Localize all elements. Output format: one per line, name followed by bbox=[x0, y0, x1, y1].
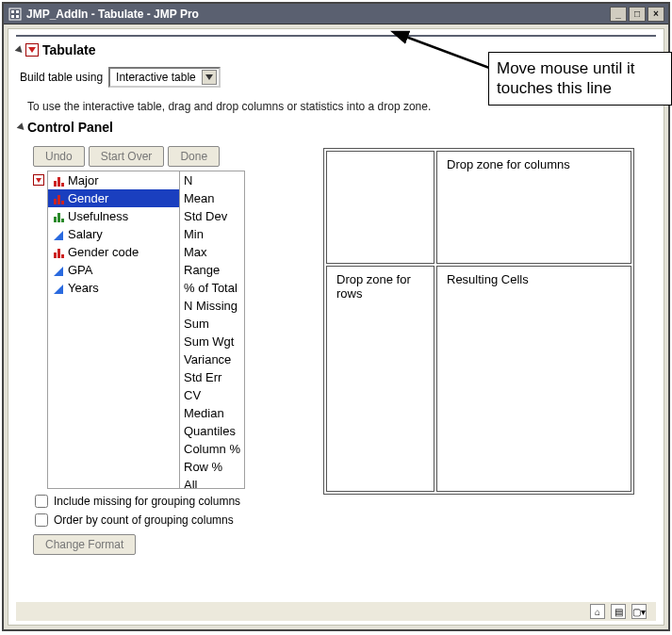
include-missing-row[interactable]: Include missing for grouping columns bbox=[35, 495, 306, 508]
tabulate-title: Tabulate bbox=[42, 42, 96, 57]
statistics-list-item[interactable]: Row % bbox=[180, 458, 244, 476]
dropdown-caret-icon bbox=[202, 70, 217, 85]
statistics-list-item[interactable]: Variance bbox=[180, 350, 244, 368]
columns-list-item[interactable]: Usefulness bbox=[48, 207, 179, 225]
control-button-row: Undo Start Over Done bbox=[33, 146, 306, 167]
resulting-cells[interactable]: Resulting Cells bbox=[436, 266, 631, 492]
disclosure-triangle-icon[interactable] bbox=[17, 122, 27, 133]
svg-rect-1 bbox=[11, 10, 14, 13]
columns-list-item[interactable]: Years bbox=[48, 279, 179, 297]
statistics-list-item[interactable]: CV bbox=[180, 386, 244, 404]
svg-rect-2 bbox=[16, 10, 19, 13]
drop-zone-table: Drop zone for columns Drop zone for rows… bbox=[323, 148, 634, 495]
order-by-count-label: Order by count of grouping columns bbox=[54, 513, 234, 527]
columns-list-item[interactable]: Gender bbox=[48, 189, 179, 207]
svg-rect-0 bbox=[9, 8, 21, 20]
statistics-list-item[interactable]: Min bbox=[180, 225, 244, 243]
nominal-icon bbox=[52, 175, 65, 187]
columns-list-item-label: Gender bbox=[68, 191, 108, 205]
statistics-list-item[interactable]: Sum Wgt bbox=[180, 333, 244, 350]
start-over-button[interactable]: Start Over bbox=[89, 146, 165, 167]
columns-list-item[interactable]: Salary bbox=[48, 225, 179, 243]
statistics-list-item[interactable]: Range bbox=[180, 261, 244, 279]
annotation-text: Move mouse until it touches this line bbox=[497, 59, 634, 97]
continuous-icon bbox=[52, 283, 65, 294]
window-controls: _ □ × bbox=[610, 7, 664, 22]
close-button[interactable]: × bbox=[647, 7, 664, 22]
columns-list-item-label: Usefulness bbox=[68, 209, 128, 223]
include-missing-label: Include missing for grouping columns bbox=[54, 495, 240, 508]
statistics-list-item[interactable]: Sum bbox=[180, 315, 244, 333]
continuous-icon bbox=[52, 229, 65, 240]
client-area: Tabulate Build table using Interactive t… bbox=[8, 28, 664, 626]
statistics-list[interactable]: NMeanStd DevMinMaxRange% of TotalN Missi… bbox=[180, 171, 244, 488]
columns-list[interactable]: MajorGenderUsefulnessSalaryGender codeGP… bbox=[48, 171, 180, 488]
columns-list-item-label: Gender code bbox=[68, 245, 139, 259]
control-panel-title: Control Panel bbox=[27, 120, 113, 135]
home-icon[interactable]: ⌂ bbox=[590, 604, 605, 619]
columns-list-item-label: Years bbox=[68, 281, 99, 295]
statistics-list-item[interactable]: N bbox=[180, 171, 244, 189]
window-menu-icon[interactable]: ▢▾ bbox=[631, 604, 647, 619]
drop-zone-rows[interactable]: Drop zone for rows bbox=[326, 266, 434, 492]
tabulate-drop-area: Drop zone for columns Drop zone for rows… bbox=[323, 138, 656, 600]
statistics-list-item[interactable]: Column % bbox=[180, 440, 244, 458]
columns-menu-icon[interactable] bbox=[33, 174, 44, 186]
disclosure-triangle-icon[interactable] bbox=[15, 45, 25, 56]
drop-zone-columns[interactable]: Drop zone for columns bbox=[436, 151, 631, 264]
ordinal-icon bbox=[52, 211, 65, 222]
nominal-icon bbox=[52, 193, 65, 204]
control-panel-header: Control Panel bbox=[18, 120, 656, 135]
undo-button[interactable]: Undo bbox=[33, 146, 85, 167]
order-by-count-checkbox[interactable] bbox=[35, 513, 48, 527]
main-layout: Undo Start Over Done MajorGenderUsefulne… bbox=[16, 138, 656, 600]
continuous-icon bbox=[52, 265, 65, 276]
svg-rect-4 bbox=[16, 15, 19, 18]
include-missing-checkbox[interactable] bbox=[35, 495, 48, 508]
statistics-list-item[interactable]: Median bbox=[180, 404, 244, 422]
statistics-list-item[interactable]: Mean bbox=[180, 189, 244, 207]
titlebar: JMP_AddIn - Tabulate - JMP Pro _ □ × bbox=[4, 4, 668, 24]
order-by-count-row[interactable]: Order by count of grouping columns bbox=[35, 513, 306, 527]
statistics-list-item[interactable]: Quantiles bbox=[180, 422, 244, 440]
columns-list-item[interactable]: GPA bbox=[48, 261, 179, 279]
columns-list-item-label: Salary bbox=[68, 227, 103, 241]
app-icon bbox=[8, 7, 23, 22]
columns-list-item-label: Major bbox=[68, 173, 99, 187]
columns-list-item[interactable]: Major bbox=[48, 171, 179, 189]
statistics-list-item[interactable]: Max bbox=[180, 243, 244, 261]
nominal-icon bbox=[52, 247, 65, 258]
columns-list-item[interactable]: Gender code bbox=[48, 243, 179, 261]
svg-line-5 bbox=[403, 36, 500, 72]
control-panel: Undo Start Over Done MajorGenderUsefulne… bbox=[16, 138, 306, 600]
statistics-list-item[interactable]: Std Err bbox=[180, 368, 244, 386]
window-title: JMP_AddIn - Tabulate - JMP Pro bbox=[26, 8, 610, 21]
status-bar: ⌂ ▤ ▢▾ bbox=[16, 600, 656, 621]
drop-zone-corner[interactable] bbox=[326, 151, 434, 264]
done-button[interactable]: Done bbox=[168, 146, 220, 167]
change-format-button[interactable]: Change Format bbox=[33, 534, 136, 555]
build-table-value: Interactive table bbox=[116, 71, 196, 84]
log-icon[interactable]: ▤ bbox=[611, 604, 626, 619]
top-separator-line bbox=[16, 35, 656, 37]
statistics-list-item[interactable]: All bbox=[180, 476, 244, 488]
statistics-list-item[interactable]: Std Dev bbox=[180, 207, 244, 225]
columns-list-item-label: GPA bbox=[68, 263, 93, 277]
tabulate-menu-icon[interactable] bbox=[25, 43, 39, 57]
build-table-select[interactable]: Interactive table bbox=[108, 67, 221, 88]
statistics-list-item[interactable]: % of Total bbox=[180, 279, 244, 297]
svg-rect-3 bbox=[11, 15, 14, 18]
build-table-label: Build table using bbox=[20, 71, 103, 84]
maximize-button[interactable]: □ bbox=[629, 7, 646, 22]
annotation-callout: Move mouse until it touches this line bbox=[488, 52, 672, 106]
statistics-list-item[interactable]: N Missing bbox=[180, 297, 244, 315]
source-lists: MajorGenderUsefulnessSalaryGender codeGP… bbox=[47, 171, 245, 489]
minimize-button[interactable]: _ bbox=[610, 7, 627, 22]
